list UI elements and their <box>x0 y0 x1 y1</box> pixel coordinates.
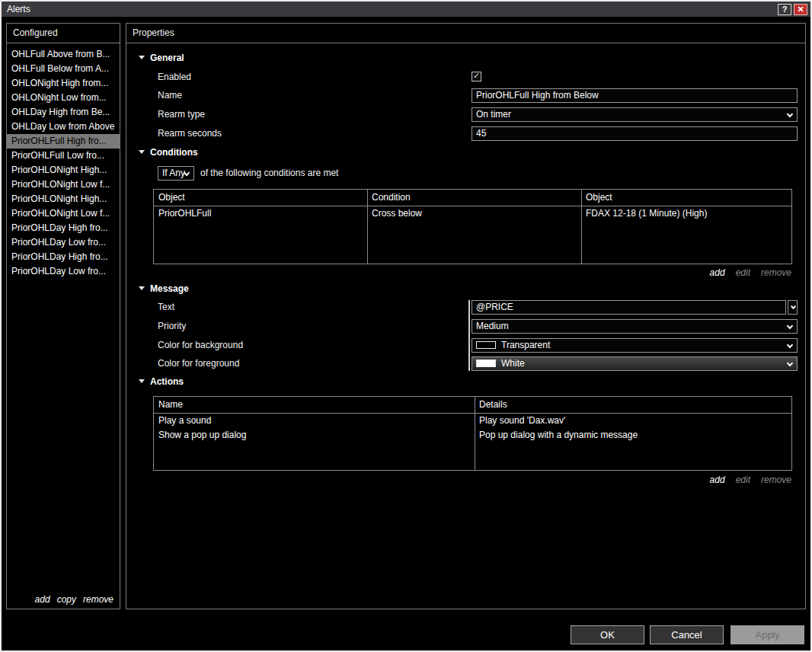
ok-button[interactable]: OK <box>571 625 644 644</box>
column-header[interactable]: Object <box>154 190 367 206</box>
collapse-arrow-icon <box>139 286 145 290</box>
name-input[interactable]: PriorOHLFull High from Below <box>472 88 798 103</box>
apply-button[interactable]: Apply <box>730 625 804 644</box>
section-actions[interactable]: Actions <box>139 376 184 388</box>
add-alert-link[interactable]: add <box>35 594 50 605</box>
properties-panel: Properties General Enabled Name PriorOHL… <box>126 23 806 609</box>
background-color-value: Transparent <box>501 340 550 350</box>
foreground-color-value: White <box>501 358 525 369</box>
priority-label: Priority <box>158 319 186 334</box>
message-text-input[interactable]: @PRICE <box>472 300 786 315</box>
foreground-color-select[interactable]: White <box>472 356 798 371</box>
edit-action-link[interactable]: edit <box>736 475 750 485</box>
priority-value: Medium <box>476 321 509 331</box>
chevron-down-icon <box>787 342 793 348</box>
column-header[interactable]: Details <box>475 397 791 413</box>
actions-links: add edit remove <box>710 475 791 485</box>
rearm-type-label: Rearm type <box>158 107 205 122</box>
name-label: Name <box>158 88 182 103</box>
background-color-label: Color for background <box>158 338 243 353</box>
table-row[interactable]: Show a pop up dialog Pop up dialog with … <box>154 428 791 443</box>
section-actions-title: Actions <box>150 376 184 387</box>
section-message[interactable]: Message <box>139 283 189 295</box>
remove-action-link[interactable]: remove <box>761 475 791 485</box>
add-condition-link[interactable]: add <box>710 267 725 278</box>
rearm-type-select[interactable]: On timer <box>472 107 798 122</box>
add-action-link[interactable]: add <box>710 475 725 485</box>
condition-match-suffix: of the following conditions are met <box>200 166 338 181</box>
help-button[interactable]: ? <box>778 4 791 15</box>
column-divider <box>367 190 368 264</box>
white-swatch-icon <box>476 360 496 367</box>
enabled-checkbox[interactable] <box>472 72 481 82</box>
alert-list-item[interactable]: OHLFull Below from A... <box>7 62 120 76</box>
condition-cell: Cross below <box>367 206 581 221</box>
remove-alert-link[interactable]: remove <box>83 594 113 605</box>
background-color-select[interactable]: Transparent <box>472 338 798 353</box>
column-header[interactable]: Object <box>581 190 791 206</box>
alert-list-item[interactable]: PriorOHLONight High... <box>7 192 120 206</box>
section-conditions[interactable]: Conditions <box>139 146 198 158</box>
properties-content: General Enabled Name PriorOHLFull High f… <box>126 44 805 609</box>
alerts-list: OHLFull Above from B... OHLFull Below fr… <box>7 44 120 589</box>
priority-select[interactable]: Medium <box>472 319 798 334</box>
alert-list-item[interactable]: PriorOHLFull Low fro... <box>7 149 120 163</box>
conditions-table: Object Condition Object PriorOHLFull Cro… <box>153 189 792 264</box>
alert-list-item[interactable]: PriorOHLONight High... <box>7 163 120 177</box>
remove-condition-link[interactable]: remove <box>761 267 791 278</box>
condition-object-cell: FDAX 12-18 (1 Minute) (High) <box>581 206 791 221</box>
alert-list-item[interactable]: OHLONight High from... <box>7 76 120 91</box>
close-button[interactable]: ✕ <box>794 4 807 15</box>
question-icon: ? <box>782 5 788 14</box>
collapse-arrow-icon <box>139 56 145 59</box>
alert-list-item[interactable]: OHLFull Above from B... <box>7 47 120 62</box>
alert-list-item[interactable]: OHLONight Low from... <box>7 91 120 105</box>
section-general[interactable]: General <box>139 52 184 64</box>
chevron-down-icon <box>787 323 793 329</box>
alert-list-item[interactable]: OHLDay High from Be... <box>7 105 120 120</box>
column-splitter[interactable] <box>468 300 470 371</box>
configured-panel: Configured OHLFull Above from B... OHLFu… <box>6 23 120 609</box>
action-details-cell: Pop up dialog with a dynamic message <box>475 428 791 443</box>
action-name-cell: Show a pop up dialog <box>154 428 475 443</box>
column-divider <box>581 190 582 264</box>
titlebar[interactable]: Alerts ? ✕ <box>2 2 810 17</box>
close-icon: ✕ <box>797 5 804 14</box>
alert-list-item[interactable]: PriorOHLDay High fro... <box>7 221 120 235</box>
alert-list-item[interactable]: PriorOHLFull High fro... <box>7 134 120 149</box>
transparent-swatch-icon <box>476 341 496 349</box>
properties-header: Properties <box>126 24 805 43</box>
window-title: Alerts <box>7 4 775 14</box>
column-header[interactable]: Condition <box>367 190 581 206</box>
copy-alert-link[interactable]: copy <box>57 594 76 605</box>
alert-list-item[interactable]: PriorOHLDay Low fro... <box>7 264 120 279</box>
condition-match-select[interactable]: If Any <box>158 166 194 181</box>
section-message-title: Message <box>150 283 189 294</box>
alerts-window: Alerts ? ✕ Configured OHLFull Above from… <box>0 0 812 652</box>
alert-list-item[interactable]: PriorOHLONight Low f... <box>7 177 120 192</box>
chevron-down-icon <box>787 111 793 117</box>
chevron-down-icon <box>791 304 796 309</box>
condition-match-value: If Any <box>162 168 185 178</box>
column-divider <box>475 397 475 470</box>
alert-list-item[interactable]: PriorOHLDay High fro... <box>7 250 120 264</box>
table-row[interactable]: Play a sound Play sound 'Dax.wav' <box>154 414 791 428</box>
configured-header: Configured <box>7 24 120 43</box>
foreground-color-label: Color for foreground <box>158 356 239 371</box>
alert-list-item[interactable]: PriorOHLONight Low f... <box>7 206 120 221</box>
message-text-dropdown-button[interactable] <box>788 300 798 315</box>
table-row[interactable]: PriorOHLFull Cross below FDAX 12-18 (1 M… <box>154 206 791 221</box>
enabled-label: Enabled <box>158 70 191 85</box>
action-details-cell: Play sound 'Dax.wav' <box>475 414 791 428</box>
column-header[interactable]: Name <box>154 397 475 413</box>
cancel-button[interactable]: Cancel <box>650 625 724 644</box>
conditions-links: add edit remove <box>710 267 791 278</box>
text-label: Text <box>158 300 174 315</box>
section-conditions-title: Conditions <box>150 147 198 158</box>
edit-condition-link[interactable]: edit <box>736 267 750 278</box>
alert-list-item[interactable]: PriorOHLDay Low fro... <box>7 235 120 250</box>
rearm-seconds-input[interactable]: 45 <box>472 126 798 141</box>
collapse-arrow-icon <box>139 379 145 383</box>
condition-object-cell: PriorOHLFull <box>154 206 367 221</box>
alert-list-item[interactable]: OHLDay Low from Above <box>7 120 120 134</box>
